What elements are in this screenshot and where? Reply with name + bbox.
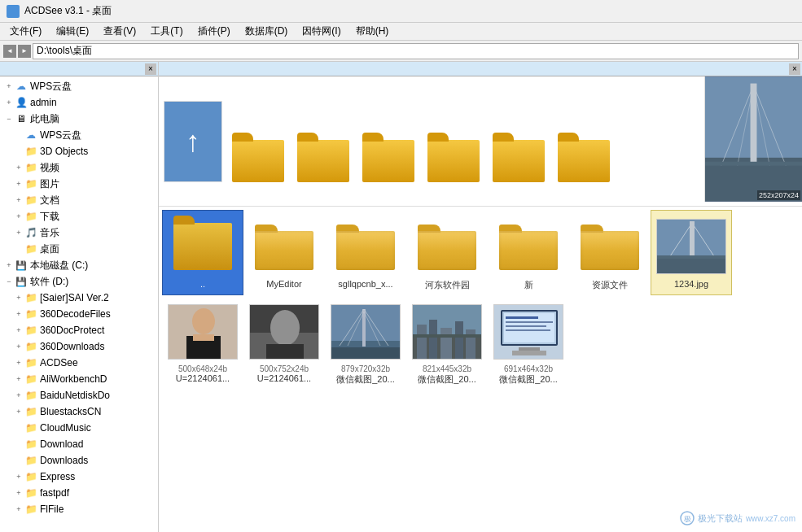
menu-help[interactable]: 帮助(H) (349, 23, 396, 40)
svg-rect-7 (705, 162, 802, 166)
tree-item-360protect[interactable]: + 📁 360DocProtect (2, 322, 156, 338)
tree-item-wps-cloud-2[interactable]: ☁ WPS云盘 (2, 127, 156, 143)
file-cell-sgllqpcnb[interactable]: sgllqpcnb_x... (325, 210, 406, 295)
expand-pictures[interactable]: + (13, 178, 24, 190)
file-cell-img3[interactable]: 879x720x32b 微信截图_20... (325, 295, 406, 390)
folder-icon-xin (499, 223, 558, 270)
drive-c-icon: 💾 (15, 259, 28, 272)
tree-item-fastpdf[interactable]: + 📁 fastpdf (2, 485, 156, 501)
tree-item-drive-d[interactable]: − 💾 软件 (D:) (2, 273, 156, 290)
menu-view[interactable]: 查看(V) (97, 23, 142, 40)
tree-label-download: Download (40, 438, 83, 450)
tree-item-express[interactable]: + 📁 Express (2, 469, 156, 485)
file-cell-1234jpg[interactable]: 1234.jpg (651, 210, 732, 295)
portrait-svg-1 (169, 305, 238, 360)
img-city (412, 304, 482, 360)
tree-item-bluestacks[interactable]: + 📁 BluestacksCN (2, 403, 156, 420)
svg-rect-6 (751, 84, 757, 164)
tree-item-downloads2[interactable]: 📁 Downloads (2, 452, 156, 469)
tree-item-baidu[interactable]: + 📁 BaiduNetdiskDo (2, 387, 156, 403)
menu-tools[interactable]: 工具(T) (144, 23, 189, 40)
expand-fastpdf[interactable]: + (13, 487, 24, 499)
tree-item-360decode[interactable]: + 📁 360DecodeFiles (2, 306, 156, 322)
tree-item-ali[interactable]: + 📁 AliWorkbenchD (2, 371, 156, 387)
tree-item-acdsee[interactable]: + 📁 ACDSee (2, 355, 156, 371)
right-panel-close[interactable]: × (789, 63, 800, 75)
right-preview-img[interactable]: 252x207x24 (704, 76, 802, 202)
expand-360downloads[interactable]: + (13, 341, 24, 352)
tree-item-flfile[interactable]: + 📁 FlFile (2, 501, 156, 517)
watermark-icon: 极 (680, 511, 695, 525)
tree-item-video[interactable]: + 📁 视频 (2, 159, 156, 176)
menu-file[interactable]: 文件(F) (3, 23, 48, 40)
expand-360protect[interactable]: + (13, 325, 24, 336)
tree-item-admin[interactable]: + 👤 admin (2, 94, 156, 111)
expand-wps-cloud-2 (13, 129, 24, 141)
expand-admin[interactable]: + (3, 97, 15, 108)
toolbar-nav-left[interactable]: ◄ (3, 45, 16, 58)
file-cell-xin[interactable]: 新 (488, 210, 569, 295)
menu-plugins[interactable]: 插件(P) (191, 23, 237, 40)
address-bar[interactable] (33, 43, 799, 59)
file-cell-myeditor[interactable]: MyEditor (243, 210, 325, 295)
file-label-img3: 微信截图_20... (336, 373, 395, 386)
expand-drive-c[interactable]: + (3, 259, 15, 271)
tree-item-download[interactable]: 📁 Download (2, 436, 156, 452)
file-cell-img4[interactable]: 821x445x32b 微信截图_20... (406, 295, 488, 390)
tree-item-drive-c[interactable]: + 💾 本地磁盘 (C:) (2, 257, 156, 273)
thumb-folder-2[interactable] (294, 101, 353, 182)
thumb-folder-6[interactable] (554, 101, 613, 182)
expand-acdsee[interactable]: + (13, 357, 24, 368)
file-cell-img5[interactable]: 691x464x32b 微信截图_20... (488, 295, 569, 390)
expand-ali[interactable]: + (13, 373, 24, 385)
file-view[interactable]: ↑ (159, 76, 802, 532)
tree-item-360downloads[interactable]: + 📁 360Downloads (2, 338, 156, 355)
thumb-folder-1[interactable] (229, 101, 287, 182)
tree-item-saier[interactable]: + 📁 [Saier]SAI Ver.2 (2, 290, 156, 306)
expand-baidu[interactable]: + (13, 390, 24, 401)
svg-rect-43 (519, 347, 540, 351)
menu-edit[interactable]: 编辑(E) (50, 23, 95, 40)
thumb-folder-5[interactable] (489, 101, 548, 182)
tree-item-pictures[interactable]: + 📁 图片 (2, 176, 156, 192)
tree-item-wps-cloud[interactable]: + ☁ WPS云盘 (2, 78, 156, 94)
expand-wps-cloud[interactable]: + (3, 81, 15, 92)
toolbar-nav-right[interactable]: ► (18, 45, 31, 58)
expand-drive-d[interactable]: − (3, 276, 15, 287)
expand-downloads[interactable]: + (13, 211, 24, 222)
file-cell-dotdot[interactable]: .. (162, 210, 243, 295)
thumb-up-folder[interactable]: ↑ (164, 101, 222, 182)
express-icon: 📁 (24, 470, 37, 483)
bridge-svg (331, 305, 401, 360)
expand-video[interactable]: + (13, 162, 24, 173)
expand-express[interactable]: + (13, 471, 24, 482)
expand-music[interactable]: + (13, 227, 24, 238)
menu-database[interactable]: 数据库(D) (239, 23, 295, 40)
expand-flfile[interactable]: + (13, 504, 24, 515)
expand-documents[interactable]: + (13, 194, 24, 206)
tree-item-downloads[interactable]: + 📁 下载 (2, 208, 156, 225)
expand-this-pc[interactable]: − (3, 113, 15, 124)
expand-saier[interactable]: + (13, 292, 24, 303)
app-icon (7, 5, 20, 18)
tree-item-3d-objects[interactable]: 📁 3D Objects (2, 143, 156, 159)
thumb-folder-4[interactable] (424, 101, 483, 182)
file-cell-img1[interactable]: 500x648x24b U=2124061... (162, 295, 243, 390)
main-layout: × + ☁ WPS云盘 + 👤 admin − 🖥 此电脑 (0, 62, 802, 532)
thumb-folder-3[interactable] (359, 101, 418, 182)
tree-item-documents[interactable]: + 📁 文档 (2, 192, 156, 208)
file-cell-img2[interactable]: 500x752x24b U=2124061... (243, 295, 325, 390)
tree-item-this-pc[interactable]: − 🖥 此电脑 (2, 111, 156, 127)
menu-internet[interactable]: 因特网(I) (296, 23, 347, 40)
tree-item-music[interactable]: + 🎵 音乐 (2, 225, 156, 241)
tree-item-cloudmusic[interactable]: 📁 CloudMusic (2, 420, 156, 436)
tree-container[interactable]: + ☁ WPS云盘 + 👤 admin − 🖥 此电脑 ☁ WPS云盘 (0, 76, 158, 532)
expand-360decode[interactable]: + (13, 308, 24, 320)
tree-item-desktop[interactable]: 📁 桌面 (2, 241, 156, 257)
svg-rect-33 (417, 325, 427, 360)
expand-bluestacks[interactable]: + (13, 406, 24, 417)
file-cell-ziyuan[interactable]: 资源文件 (569, 210, 651, 295)
left-panel-close[interactable]: × (145, 63, 156, 75)
folder-icon-ziyuan (581, 223, 639, 270)
file-cell-hedong[interactable]: 河东软件园 (406, 210, 488, 295)
